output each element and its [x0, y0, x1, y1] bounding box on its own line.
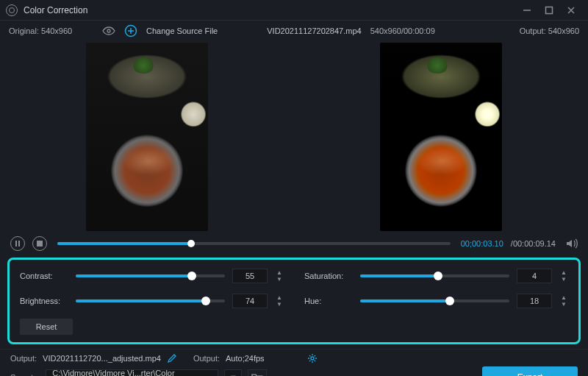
maximize-button[interactable] — [538, 3, 560, 18]
spin-down-icon: ▼ — [275, 276, 284, 283]
contrast-slider[interactable] — [76, 271, 225, 281]
saturation-spinner[interactable]: ▲▼ — [559, 269, 568, 283]
svg-point-4 — [311, 357, 314, 360]
brightness-spinner[interactable]: ▲▼ — [275, 294, 284, 308]
change-source-button[interactable]: Change Source File — [146, 26, 218, 35]
spin-down-icon: ▼ — [559, 301, 568, 308]
spin-up-icon: ▲ — [559, 269, 568, 276]
save-path-input[interactable]: C:\Vidmore\Vidmore Vi...rter\Color Corre… — [46, 369, 218, 376]
source-dims-time: 540x960/00:00:09 — [370, 26, 435, 35]
pause-button[interactable] — [10, 236, 25, 251]
hue-spinner[interactable]: ▲▼ — [559, 294, 568, 308]
output-file-label: Output: — [10, 354, 37, 363]
close-button[interactable] — [560, 3, 582, 18]
volume-icon[interactable] — [566, 238, 578, 249]
spin-up-icon: ▲ — [275, 269, 284, 276]
hue-label: Hue: — [304, 297, 353, 305]
edit-filename-icon[interactable] — [167, 353, 177, 363]
contrast-row: Contrast: 55 ▲▼ — [20, 269, 284, 283]
source-filename: VID20211127202847.mp4 — [267, 26, 361, 35]
save-to-label: Save to: — [10, 373, 40, 376]
preview-toggle-icon[interactable] — [102, 26, 115, 35]
output-format-label: Output: — [193, 354, 220, 363]
saturation-slider[interactable] — [360, 271, 509, 281]
spin-up-icon: ▲ — [559, 294, 568, 301]
output-dimensions: Output: 540x960 — [520, 26, 579, 35]
contrast-label: Contrast: — [20, 272, 68, 280]
seek-progress — [57, 242, 191, 245]
spin-down-icon: ▼ — [559, 276, 568, 283]
original-dimensions: Original: 540x960 — [9, 26, 93, 35]
output-thumbnail — [380, 43, 502, 231]
hue-row: Hue: 18 ▲▼ — [304, 294, 568, 308]
hue-value[interactable]: 18 — [517, 294, 552, 308]
app-logo-icon — [6, 4, 18, 16]
spin-down-icon: ▼ — [275, 301, 284, 308]
stop-button[interactable] — [32, 236, 47, 251]
timeline: 00;00:03.10/00:00:09.14 — [0, 233, 588, 255]
reset-button[interactable]: Reset — [20, 319, 73, 335]
saturation-value[interactable]: 4 — [517, 269, 552, 283]
time-current: 00;00:03.10 — [461, 239, 503, 248]
saturation-row: Saturation: 4 ▲▼ — [304, 269, 568, 283]
color-correction-panel: Contrast: 55 ▲▼ Saturation: 4 ▲▼ Brightn… — [7, 258, 581, 344]
save-row: Save to: C:\Vidmore\Vidmore Vi...rter\Co… — [0, 366, 588, 376]
contrast-value[interactable]: 55 — [232, 269, 268, 283]
output-row: Output: VID2021112720..._adjusted.mp4 Ou… — [0, 349, 588, 366]
saturation-label: Saturation: — [304, 272, 353, 280]
contrast-spinner[interactable]: ▲▼ — [275, 269, 284, 283]
time-total: /00:00:09.14 — [511, 239, 556, 248]
output-format: Auto;24fps — [226, 354, 265, 363]
spin-up-icon: ▲ — [275, 294, 284, 301]
original-thumbnail — [86, 43, 208, 231]
brightness-slider[interactable] — [76, 296, 225, 306]
info-bar: Original: 540x960 Change Source File VID… — [0, 21, 588, 41]
brightness-value[interactable]: 74 — [232, 294, 268, 308]
svg-rect-3 — [37, 241, 42, 246]
seek-track[interactable] — [57, 242, 451, 245]
minimize-button[interactable] — [516, 3, 538, 18]
output-settings-icon[interactable] — [307, 353, 318, 363]
open-folder-button[interactable] — [248, 369, 267, 376]
preview-row — [0, 41, 588, 233]
seek-knob[interactable] — [187, 240, 195, 247]
output-preview — [294, 41, 588, 233]
export-button[interactable]: Export — [482, 366, 578, 376]
svg-point-1 — [107, 29, 110, 32]
add-source-icon[interactable] — [124, 24, 137, 38]
save-path-dropdown[interactable]: ▼ — [224, 369, 242, 376]
brightness-label: Brightness: — [20, 297, 68, 305]
brightness-row: Brightness: 74 ▲▼ — [20, 294, 284, 308]
original-preview — [0, 41, 294, 233]
svg-rect-0 — [546, 7, 553, 13]
titlebar: Color Correction — [0, 0, 588, 21]
window-title: Color Correction — [24, 5, 516, 15]
hue-slider[interactable] — [360, 296, 509, 306]
output-filename: VID2021112720..._adjusted.mp4 — [43, 354, 161, 363]
